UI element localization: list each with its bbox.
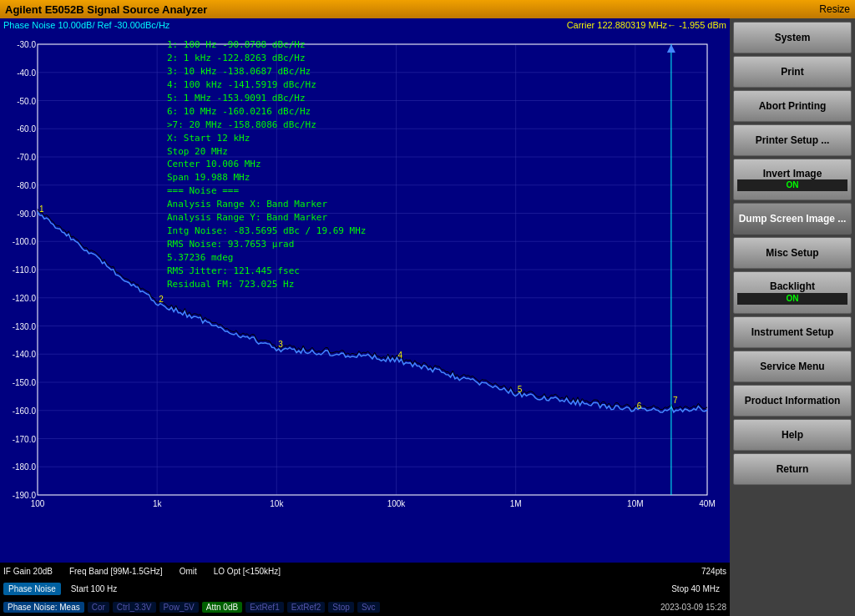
status-bar: IF Gain 20dB Freq Band [99M-1.5GHz] Omit… bbox=[0, 563, 730, 579]
pow-tag: Pow_5V bbox=[159, 602, 199, 613]
menu-btn-product-information[interactable]: Product Information bbox=[733, 385, 852, 417]
start-label: Start 100 Hz bbox=[71, 584, 118, 593]
cor-tag: Cor bbox=[88, 602, 109, 613]
menu-btn-service-menu[interactable]: Service Menu bbox=[733, 351, 852, 382]
app-title: Agilent E5052B Signal Source Analyzer bbox=[5, 3, 207, 16]
extref1-tag: ExtRef1 bbox=[245, 602, 284, 613]
stop-label: Stop 40 MHz bbox=[671, 584, 720, 593]
menu-btn-system[interactable]: System bbox=[733, 22, 852, 53]
menu-btn-invert-image[interactable]: Invert ImageON bbox=[733, 159, 852, 200]
menu-btn-dump-screen-image-[interactable]: Dump Screen Image ... bbox=[733, 203, 852, 235]
menu-btn-instrument-setup[interactable]: Instrument Setup bbox=[733, 316, 852, 348]
menu-btn-help[interactable]: Help bbox=[733, 419, 852, 451]
pn-meas-tag: Phase Noise: Meas bbox=[3, 602, 84, 613]
if-gain: IF Gain 20dB bbox=[3, 567, 53, 576]
pn-bar: Phase Noise Start 100 Hz Stop 40 MHz bbox=[0, 579, 730, 598]
omit: Omit bbox=[180, 567, 197, 576]
menu-btn-return[interactable]: Return bbox=[733, 453, 852, 485]
extref2-tag: ExtRef2 bbox=[287, 602, 326, 613]
datetime: 2023-03-09 15:28 bbox=[660, 603, 726, 612]
menu-btn-misc-setup[interactable]: Misc Setup bbox=[733, 237, 852, 269]
title-bar: Agilent E5052B Signal Source Analyzer Re… bbox=[0, 0, 855, 18]
resize-button[interactable]: Resize bbox=[819, 3, 850, 15]
phase-noise-label: Phase Noise bbox=[3, 583, 61, 595]
ctrl-tag: Ctrl_3.3V bbox=[113, 602, 156, 613]
points: 724pts bbox=[701, 567, 726, 576]
right-panel: SystemPrintAbort PrintingPrinter Setup .… bbox=[730, 18, 855, 616]
menu-btn-backlight[interactable]: BacklightON bbox=[733, 271, 852, 313]
bottom-status: Phase Noise: Meas Cor Ctrl_3.3V Pow_5V A… bbox=[0, 598, 730, 616]
carrier-info: Carrier 122.880319 MHz← -1.955 dBm bbox=[567, 20, 726, 30]
menu-btn-abort-printing[interactable]: Abort Printing bbox=[733, 90, 852, 122]
plot-header: Phase Noise 10.00dB/ Ref -30.00dBc/Hz Ca… bbox=[0, 18, 730, 32]
menu-btn-print[interactable]: Print bbox=[733, 56, 852, 88]
chart-container: 1: 100 Hz -90.8788 dBc/Hz2: 1 kHz -122.8… bbox=[0, 32, 730, 563]
attn-tag: Attn 0dB bbox=[202, 602, 242, 613]
menu-btn-printer-setup-[interactable]: Printer Setup ... bbox=[733, 124, 852, 156]
svc-tag: Svc bbox=[357, 602, 380, 613]
phase-noise-header: Phase Noise 10.00dB/ Ref -30.00dBc/Hz bbox=[3, 20, 169, 30]
lo-opt: LO Opt [<150kHz] bbox=[214, 567, 281, 576]
stop-tag: Stop bbox=[328, 602, 354, 613]
freq-band: Freq Band [99M-1.5GHz] bbox=[69, 567, 163, 576]
